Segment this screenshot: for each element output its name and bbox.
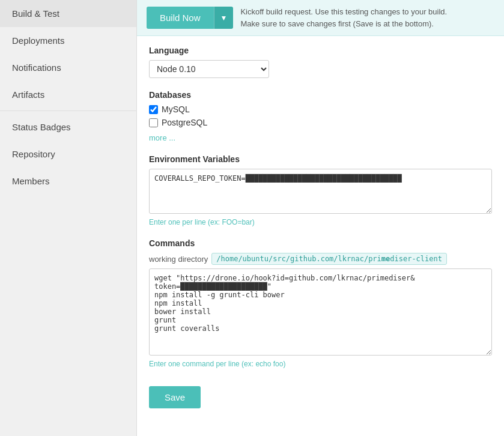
databases-section: Databases MySQL PostgreSQL more ... [149, 90, 492, 142]
sidebar-item-members[interactable]: Members [0, 168, 136, 195]
postgresql-label: PostgreSQL [162, 118, 207, 127]
commands-hint: Enter one command per line (ex: echo foo… [149, 360, 492, 368]
build-now-button[interactable]: Build Now [147, 7, 214, 29]
mysql-label: MySQL [162, 104, 190, 114]
working-dir-line: working directory /home/ubuntu/src/githu… [149, 253, 492, 265]
env-vars-label: Environment Variables [149, 154, 492, 164]
main-content: Build Now ▼ Kickoff build request. Use t… [137, 0, 504, 436]
postgresql-checkbox-item: PostgreSQL [149, 118, 492, 127]
sidebar-item-label: Build & Test [12, 8, 59, 19]
postgresql-checkbox[interactable] [149, 118, 158, 127]
build-bar: Build Now ▼ Kickoff build request. Use t… [137, 0, 504, 36]
working-dir-text: working directory [149, 255, 208, 264]
language-section: Language Node 0.10 Node 0.8 Ruby Python … [149, 46, 492, 78]
language-select[interactable]: Node 0.10 Node 0.8 Ruby Python Go Java [149, 60, 269, 78]
sidebar-item-deployments[interactable]: Deployments [0, 27, 136, 54]
content-area: Language Node 0.10 Node 0.8 Ruby Python … [137, 36, 504, 426]
sidebar-item-label: Notifications [12, 62, 61, 73]
sidebar-item-label: Repository [12, 149, 55, 159]
sidebar-item-artifacts[interactable]: Artifacts [0, 81, 136, 108]
build-now-dropdown[interactable]: ▼ [214, 7, 234, 29]
env-vars-section: Environment Variables COVERALLS_REPO_TOK… [149, 154, 492, 226]
mysql-checkbox-item: MySQL [149, 104, 492, 114]
sidebar-item-notifications[interactable]: Notifications [0, 54, 136, 81]
more-databases-link[interactable]: more ... [149, 133, 175, 142]
commands-label: Commands [149, 238, 492, 248]
mysql-checkbox[interactable] [149, 105, 158, 114]
sidebar-item-label: Members [12, 176, 50, 186]
build-btn-group: Build Now ▼ [147, 7, 233, 29]
sidebar-divider [0, 111, 136, 111]
working-dir-badge: /home/ubuntu/src/github.com/lkrnac/prime… [211, 253, 447, 265]
sidebar-item-label: Deployments [12, 35, 65, 46]
databases-label: Databases [149, 90, 492, 100]
commands-textarea[interactable]: wget "https://drone.io/hook?id=github.co… [149, 268, 492, 356]
sidebar-item-label: Artifacts [12, 89, 44, 100]
env-vars-hint: Enter one per line (ex: FOO=bar) [149, 218, 492, 226]
build-bar-description: Kickoff build request. Use this testing … [240, 6, 447, 29]
sidebar-item-status-badges[interactable]: Status Badges [0, 114, 136, 141]
save-button[interactable]: Save [149, 386, 201, 408]
language-label: Language [149, 46, 492, 55]
sidebar: Build & Test Deployments Notifications A… [0, 0, 137, 436]
env-vars-textarea[interactable]: COVERALLS_REPO_TOKEN=███████████████████… [149, 169, 492, 214]
sidebar-item-label: Status Badges [12, 122, 71, 132]
commands-section: Commands working directory /home/ubuntu/… [149, 238, 492, 368]
sidebar-item-repository[interactable]: Repository [0, 141, 136, 168]
sidebar-item-build-test[interactable]: Build & Test [0, 0, 136, 27]
